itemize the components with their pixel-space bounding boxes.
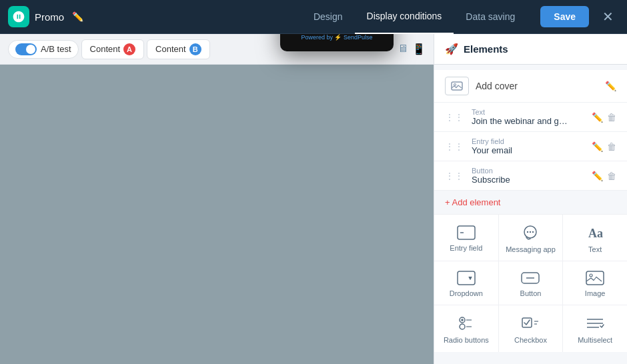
drag-handle-entry[interactable]: ⋮⋮ [445,141,464,152]
svg-point-1 [454,84,456,86]
svg-point-7 [532,231,534,233]
element-item-entry: ⋮⋮ Entry field Your email ✏️ 🗑 [434,132,627,161]
element-info-text: Text Join the webinar and get 50% of... [472,108,585,126]
ab-label: A/B test [41,44,71,54]
image-label: Image [585,289,606,298]
element-item-button: ⋮⋮ Button Subscribe ✏️ 🗑 [434,161,627,191]
text-edit-icon[interactable]: ✏️ [592,112,603,123]
button-element-label: Button [520,289,542,298]
element-type-text: Text [472,108,585,116]
element-info-button: Button Subscribe [472,167,585,185]
image-icon [586,271,604,285]
entry-edit-icon[interactable]: ✏️ [592,141,603,152]
content-b-badge: B [189,43,201,55]
svg-rect-9 [458,271,475,285]
dropdown-label: Dropdown [450,289,483,298]
add-element-button[interactable]: + Add element [434,191,627,214]
radio-label: Radio buttons [444,336,489,345]
add-cover-label: Add cover [476,81,598,91]
nav-design[interactable]: Design [301,0,355,34]
multiselect-label: Multiselect [578,336,612,345]
content-a-tab[interactable]: Content A [81,39,145,59]
checkbox-icon [521,315,540,332]
svg-rect-0 [452,82,462,90]
dropdown-icon [457,271,476,285]
view-icons: 🖥 📱 [398,43,426,55]
close-button[interactable]: ✕ [597,6,619,27]
panel-header: 🚀 Elements [434,34,627,65]
element-grid: Entry field Messaging app [434,214,627,352]
popup-footer: Powered by ⚡ SendPulse [288,34,386,43]
save-button[interactable]: Save [540,6,589,27]
svg-rect-2 [458,226,475,239]
desktop-view-icon[interactable]: 🖥 [398,43,408,55]
button-item-actions: ✏️ 🗑 [592,171,616,181]
text-element-label: Text [588,245,602,254]
add-cover-item[interactable]: Add cover ✏️ [434,70,627,103]
element-value-text: Join the webinar and get 50% of... [472,116,572,126]
popup: × Join the webinar and get 50% off our o… [280,34,394,51]
content-a-label: Content [90,44,121,54]
main-layout: A/B test Content A Content B 🖥 📱 × Jo [0,34,627,364]
mobile-view-icon[interactable]: 📱 [412,43,426,55]
rocket-icon: 🚀 [445,43,458,55]
drag-handle-text[interactable]: ⋮⋮ [445,112,464,123]
grid-multiselect[interactable]: Multiselect [563,305,627,351]
grid-image[interactable]: Image [563,261,627,305]
grid-text[interactable]: Aa Text [563,215,627,261]
grid-radio[interactable]: Radio buttons [434,305,498,351]
entry-field-label: Entry field [450,244,482,253]
button-element-icon [521,271,540,285]
text-element-icon: Aa [586,224,604,241]
svg-rect-13 [586,271,604,285]
elements-list: Add cover ✏️ ⋮⋮ Text Join the webinar an… [434,65,627,357]
button-edit-icon[interactable]: ✏️ [592,171,603,181]
element-value-button: Subscribe [472,175,572,185]
right-panel: 🚀 Elements Add cover ✏️ ⋮⋮ [434,34,627,364]
grid-dropdown[interactable]: Dropdown [434,261,498,305]
top-nav: Promo ✏️ Design Display conditions Data … [0,0,627,34]
grid-entry-field[interactable]: Entry field [434,215,498,261]
nav-display-conditions[interactable]: Display conditions [355,0,454,34]
cover-icon [445,77,469,95]
messaging-app-label: Messaging app [506,245,556,254]
svg-point-16 [461,319,464,322]
element-item-text: ⋮⋮ Text Join the webinar and get 50% of.… [434,103,627,132]
messaging-icon [521,224,540,241]
add-cover-edit-icon[interactable]: ✏️ [605,81,616,91]
svg-point-18 [460,324,465,329]
drag-handle-button[interactable]: ⋮⋮ [445,171,464,181]
svg-text:Aa: Aa [588,227,603,240]
svg-point-5 [527,231,528,233]
button-delete-icon[interactable]: 🗑 [607,171,616,181]
panel-title: Elements [464,43,508,55]
ab-toggle[interactable]: A/B test [8,40,79,59]
checkbox-label: Checkbox [514,336,547,345]
content-b-tab[interactable]: Content B [147,39,210,59]
entry-delete-icon[interactable]: 🗑 [607,141,616,152]
grid-checkbox[interactable]: Checkbox [499,305,563,351]
logo [8,6,29,27]
element-type-entry: Entry field [472,137,585,145]
svg-rect-20 [522,318,532,327]
radio-icon [457,315,476,332]
grid-button[interactable]: Button [499,261,563,305]
edit-icon[interactable]: ✏️ [72,11,83,22]
svg-point-14 [590,274,592,277]
popup-body: Join the webinar and get 50% off our onl… [280,34,394,51]
content-b-label: Content [155,44,186,54]
nav-links: Design Display conditions Data saving [301,0,527,34]
text-item-actions: ✏️ 🗑 [592,112,616,123]
element-type-button: Button [472,167,585,175]
ab-toggle-switch[interactable] [15,43,37,55]
multiselect-icon [586,315,604,332]
nav-data-saving[interactable]: Data saving [454,0,527,34]
text-delete-icon[interactable]: 🗑 [607,112,616,123]
element-value-entry: Your email [472,145,572,155]
element-info-entry: Entry field Your email [472,137,585,155]
canvas-area: A/B test Content A Content B 🖥 📱 × Jo [0,34,434,364]
content-a-badge: A [123,43,135,55]
app-name: Promo [35,11,64,23]
svg-point-6 [530,231,531,233]
grid-messaging-app[interactable]: Messaging app [499,215,563,261]
